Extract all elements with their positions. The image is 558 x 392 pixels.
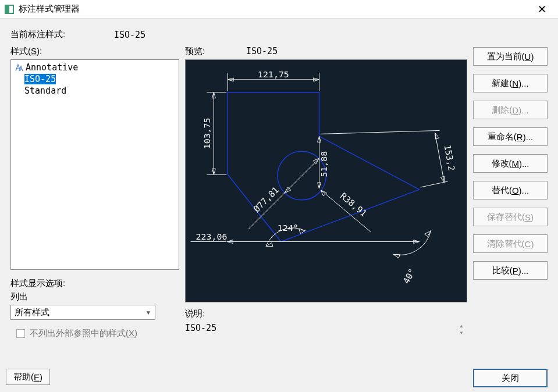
app-icon (5, 5, 14, 14)
svg-text:103,75: 103,75 (202, 117, 212, 149)
titlebar: 标注样式管理器 ✕ (0, 0, 558, 19)
description-spinner[interactable]: ▲ ▼ (456, 322, 467, 338)
preview-value: ISO-25 (246, 46, 278, 57)
checkbox-icon[interactable] (16, 329, 25, 338)
list-label: 列出 (10, 291, 179, 302)
svg-text:153,2: 153,2 (442, 144, 457, 172)
help-button[interactable]: 帮助(E) (6, 369, 50, 385)
save-override-button: 保存替代(S) (473, 208, 548, 226)
svg-line-11 (321, 130, 440, 134)
svg-text:223,06: 223,06 (196, 231, 228, 242)
modify-button[interactable]: 修改(M)... (473, 154, 548, 173)
styles-listbox[interactable]: Annotative ISO-25 Standard (10, 59, 179, 270)
preview-canvas: 121,75 103,75 51,88 (185, 59, 467, 302)
checkbox-label: 不列出外部参照中的样式(X) (30, 328, 137, 339)
annotative-icon (15, 63, 23, 72)
svg-text:51,88: 51,88 (319, 151, 329, 177)
list-item-label: ISO-25 (24, 74, 56, 84)
dimension-style-manager-window: 标注样式管理器 ✕ 当前标注样式: ISO-25 样式(S): Annotati… (0, 0, 558, 392)
preview-label: 预览: (185, 46, 246, 57)
description-label: 说明: (185, 308, 467, 319)
svg-text:40°: 40° (401, 267, 418, 286)
override-button[interactable]: 替代(O)... (473, 181, 548, 199)
current-style-value: ISO-25 (114, 30, 145, 40)
list-item-label: Annotative (26, 62, 78, 73)
exclude-xref-checkbox-row[interactable]: 不列出外部参照中的样式(X) (10, 328, 179, 339)
window-title: 标注样式管理器 (19, 3, 530, 15)
chevron-down-icon: ▼ (145, 309, 151, 316)
svg-text:124°: 124° (278, 223, 298, 233)
rename-button[interactable]: 重命名(R)... (473, 127, 548, 146)
style-filter-select[interactable]: 所有样式 ▼ (10, 305, 155, 320)
current-style-row: 当前标注样式: ISO-25 (10, 29, 548, 40)
chevron-down-icon[interactable]: ▼ (459, 331, 464, 336)
current-style-label: 当前标注样式: (10, 29, 114, 40)
svg-line-13 (435, 133, 445, 183)
list-item[interactable]: Standard (14, 85, 176, 97)
svg-text:Ø77,81: Ø77,81 (251, 185, 281, 215)
list-item-label: Standard (24, 85, 66, 96)
close-button[interactable]: 关闭 (473, 369, 548, 387)
styles-label: 样式(S): (10, 46, 179, 57)
delete-button: 删除(D)... (473, 101, 548, 119)
svg-line-12 (421, 181, 448, 187)
new-button[interactable]: 新建(N)... (473, 74, 548, 92)
style-display-label: 样式显示选项: (10, 278, 179, 289)
clear-override-button: 清除替代(C) (473, 234, 548, 253)
select-value: 所有样式 (15, 307, 49, 318)
compare-button[interactable]: 比较(P)... (473, 261, 548, 280)
close-icon[interactable]: ✕ (530, 3, 553, 16)
svg-text:121,75: 121,75 (258, 69, 289, 80)
description-text: ISO-25 (185, 322, 456, 334)
list-item[interactable]: ISO-25 (14, 73, 176, 85)
chevron-up-icon[interactable]: ▲ (459, 324, 464, 329)
set-current-button[interactable]: 置为当前(U) (473, 47, 548, 66)
list-item[interactable]: Annotative (14, 62, 176, 73)
